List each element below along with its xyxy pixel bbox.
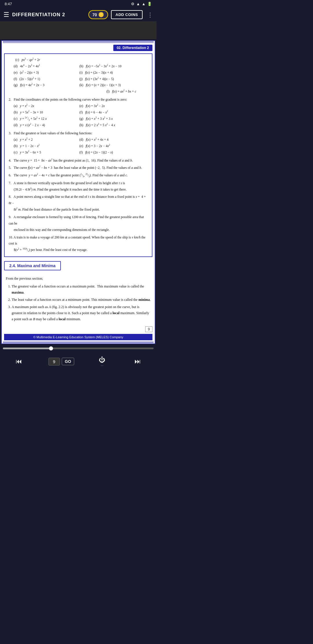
p2-row-cg: (c) y = 2x3/3 + 5x2 + 12 x (g) f(x) = x3… <box>9 116 148 122</box>
top-rule <box>3 41 154 42</box>
p3-a: (a) y = x2 + 2 <box>9 137 77 143</box>
math-item-f: (f) (2x − 5)(x2 + 1) <box>9 76 77 82</box>
p3-e: (e) f(x) = 3 − 2x − 4x2 <box>79 143 148 149</box>
problem-3: 3. Find the greatest or least values of … <box>9 130 148 137</box>
power-button[interactable]: ⏻ ··· <box>96 355 108 368</box>
content-item-1: The greatest value of a function occurs … <box>12 283 151 296</box>
status-icons: ⚙ ▲ ▲ 🔋 <box>131 2 152 6</box>
section-header: 02. Differentiation 2 <box>2 44 155 52</box>
math-item-k: (k) f(x) = (x + 2)(x − 1)(x + 3) <box>79 82 148 88</box>
p3-f: (f) f(x) = (2x − 1)(2 − x) <box>79 149 148 156</box>
signal-icon: ▲ <box>136 2 140 6</box>
math-row-dh: (d) 4x4 − 2x3 + 4x2 (h) f(x) = −5x3 − 3x… <box>9 63 148 70</box>
prev-button[interactable]: ⏮ <box>11 357 27 366</box>
math-item-j: (j) f(x) = (3x2 + 4)(x − 5) <box>79 76 148 82</box>
top-rule2 <box>3 43 154 43</box>
wifi-icon: ▲ <box>142 2 145 6</box>
p2-b: (b) y = 5x2 − 3x + 10 <box>9 109 77 116</box>
problem-6: 6. The curve y = ax2 − 4x + c has the gr… <box>9 172 148 179</box>
battery-icon: 🔋 <box>147 2 152 6</box>
math-item-g: (g) f(x) = 4x2 + 2x − 3 <box>9 82 77 88</box>
p2-e: (e) f(x) = 3x2 − 2x <box>79 103 148 109</box>
problem-9: 9. A rectangular enclosure is formed by … <box>9 214 148 233</box>
bottom-bar <box>0 345 156 353</box>
p3-d: (d) f(x) = x2 + 4x + 4 <box>79 137 148 143</box>
math-item-i: (i) f(x) = (2x − 3)(x + 4) <box>79 70 148 76</box>
problem-4: 4. The curve y = 15 + bx − ax2 has the g… <box>9 158 148 164</box>
hamburger-icon[interactable]: ☰ <box>3 11 9 19</box>
p2-row-ae: (a) y = x2 − 2x (e) f(x) = 3x2 − 2x <box>9 103 148 109</box>
problem-10: 10. A train is to make a voyage of 200 k… <box>9 234 148 254</box>
p2-a: (a) y = x2 − 2x <box>9 103 77 109</box>
page-number: 9 <box>145 326 152 332</box>
power-icon: ⏻ <box>99 356 105 364</box>
math-item-l: (l) f(x) = ax2 + bx + c <box>9 88 148 95</box>
p2-row-dh: (d) y = x (x2 − 2 x − 4) (h) f(x) = 2 x3… <box>9 122 148 129</box>
bottom-rule2 <box>3 341 154 342</box>
p3-c: (c) y = 3x2 − 6x + 5 <box>9 149 77 156</box>
bottom-rule <box>3 342 154 343</box>
content-item-3: A maximum point such as A (fig. 2.2) is … <box>12 304 151 322</box>
page-num-area: 9 <box>2 326 155 333</box>
math-item-d: (d) 4x4 − 2x3 + 4x2 <box>9 63 77 70</box>
p3-row-ad: (a) y = x2 + 2 (d) f(x) = x2 + 4x + 4 <box>9 137 148 143</box>
problem-2: 2. Find the coordinates of the points on… <box>9 97 148 103</box>
ad-banner <box>0 22 156 39</box>
section-title-area: 2.4. Maxima and Minima <box>2 258 155 273</box>
content-list: The greatest value of a function occurs … <box>12 283 151 322</box>
p3-row-be: (b) y = 1 − 2x − x2 (e) f(x) = 3 − 2x − … <box>9 143 148 149</box>
math-item-h: (h) f(x) = −5x3 − 3x2 + 2x − 10 <box>79 63 148 70</box>
progress-fill <box>3 348 51 349</box>
math-row-ei: (e) (x2 − 2)(x + 3) (i) f(x) = (2x − 3)(… <box>9 70 148 76</box>
go-button[interactable]: GO <box>62 358 74 365</box>
header: ☰ DIFFERENTIATION 2 70 🪙 ADD COINS ⋮ <box>0 8 156 22</box>
p2-d: (d) y = x (x2 − 2 x − 4) <box>9 122 77 129</box>
math-row-gk: (g) f(x) = 4x2 + 2x − 3 (k) f(x) = (x + … <box>9 82 148 88</box>
p3-b: (b) y = 1 − 2x − x2 <box>9 143 77 149</box>
p3-row-cf: (c) y = 3x2 − 6x + 5 (f) f(x) = (2x − 1)… <box>9 149 148 156</box>
progress-thumb[interactable] <box>49 346 53 350</box>
problem-8: 8. A point moves along a straight line s… <box>9 194 148 213</box>
content-item-2: The least value of a function occurs at … <box>12 297 151 303</box>
math-item-e: (e) (x2 − 2)(x + 3) <box>9 70 77 76</box>
text-content: From the previous section; The greatest … <box>2 273 155 326</box>
page-input[interactable] <box>48 358 60 366</box>
from-previous: From the previous section; <box>6 276 151 282</box>
section-label: 02. Differentiation 2 <box>113 45 152 51</box>
add-coins-button[interactable]: ADD COINS <box>111 10 143 19</box>
settings-icon: ⚙ <box>131 2 134 6</box>
status-time: 8:47 <box>5 2 12 6</box>
section-title: 2.4. Maxima and Minima <box>4 261 61 270</box>
progress-track[interactable] <box>3 348 154 349</box>
math-row-fj: (f) (2x − 5)(x2 + 1) (j) f(x) = (3x2 + 4… <box>9 76 148 82</box>
p2-h: (h) f(x) = 2 x3 + 5 x2 − 4 x <box>79 122 148 129</box>
coin-icon: 🪙 <box>98 12 104 17</box>
page-input-wrap: GO <box>48 358 74 366</box>
power-dots: ··· <box>101 364 103 367</box>
page-title: DIFFERENTIATION 2 <box>12 12 85 18</box>
math-problems: (c) px3 − qx2 + 2r (d) 4x4 − 2x3 + 4x2 (… <box>4 53 152 257</box>
p2-row-bf: (b) y = 5x2 − 3x + 10 (f) f(x) = 6 − 4x … <box>9 109 148 116</box>
math-item-c: (c) px3 − qx2 + 2r <box>9 57 148 63</box>
content-area: 02. Differentiation 2 (c) px3 − qx2 + 2r… <box>1 40 155 344</box>
next-button[interactable]: ⏭ <box>130 357 145 366</box>
problem-5: 5. The curve f(x) = ax2 − bx + 3 has the… <box>9 165 148 171</box>
status-bar: 8:47 ⚙ ▲ ▲ 🔋 <box>0 0 156 8</box>
coins-badge[interactable]: 70 🪙 <box>88 10 108 19</box>
p2-g: (g) f(x) = x3 + 3 x2 + 3 x <box>79 116 148 122</box>
more-options-icon[interactable]: ⋮ <box>147 11 153 18</box>
copyright-bar: © Multimedia E-Learning Education System… <box>4 334 152 340</box>
p2-f: (f) f(x) = 6 − 4x − x2 <box>79 109 148 116</box>
bottom-nav: ⏮ GO ⏻ ··· ⏭ <box>0 353 156 371</box>
problem-7: 7. A stone is thrown vertically upwards … <box>9 180 148 193</box>
coins-value: 70 <box>92 12 97 17</box>
p2-c: (c) y = 2x3/3 + 5x2 + 12 x <box>9 116 77 122</box>
